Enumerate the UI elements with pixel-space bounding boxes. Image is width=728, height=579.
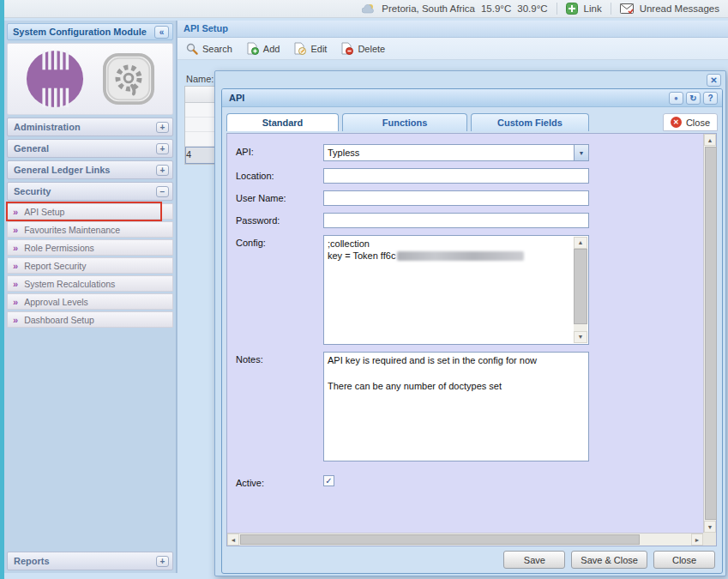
content-horizontal-scrollbar[interactable]: ◄ ► [227, 533, 703, 546]
expand-icon[interactable]: + [156, 165, 169, 176]
scrollbar-thumb[interactable] [240, 534, 640, 545]
config-textarea[interactable]: ;collection key = Token ff6c ▲ ▼ [323, 235, 589, 345]
sidebar-item-system-recalculations[interactable]: » System Recalculations [7, 275, 173, 292]
expand-icon[interactable]: + [156, 122, 169, 133]
expand-icon[interactable]: + [156, 143, 169, 154]
tab-functions[interactable]: Functions [342, 113, 467, 131]
close-button[interactable]: Close [653, 551, 715, 569]
scroll-down-icon[interactable]: ▼ [574, 331, 587, 343]
collapse-section-icon[interactable]: − [156, 186, 169, 197]
scroll-up-icon[interactable]: ▲ [704, 134, 716, 146]
api-field-label: API: [236, 144, 323, 161]
tab-custom-fields[interactable]: Custom Fields [471, 113, 589, 131]
sidebar-item-report-security[interactable]: » Report Security [7, 257, 173, 274]
section-label: Administration [14, 122, 81, 132]
delete-label: Delete [358, 44, 385, 54]
item-arrow-icon: » [13, 261, 18, 271]
delete-button[interactable]: Delete [340, 42, 385, 55]
item-label: System Recalculations [24, 279, 115, 289]
link-button[interactable]: Link [566, 3, 602, 15]
scroll-left-icon[interactable]: ◄ [227, 534, 239, 546]
topbar: Pretoria, South Africa 15.9°C 30.9°C Lin… [4, 0, 728, 18]
item-label: Report Security [24, 261, 86, 271]
content-vertical-scrollbar[interactable]: ▲ ▼ [703, 134, 716, 533]
notes-textarea[interactable]: API key is required and is set in the co… [323, 352, 589, 461]
delete-icon [340, 42, 353, 55]
active-checkbox[interactable]: ✓ [323, 475, 334, 486]
item-arrow-icon: » [13, 279, 18, 289]
section-label: General [14, 143, 49, 154]
scroll-down-icon[interactable]: ▼ [704, 521, 716, 533]
section-label: Security [14, 186, 51, 196]
api-select-value: Typless [324, 145, 574, 160]
help-icon[interactable]: ? [703, 92, 718, 105]
sidebar-section-security[interactable]: Security − [7, 182, 173, 201]
item-label: Favourites Maintenance [24, 225, 120, 235]
weather-widget[interactable]: Pretoria, South Africa 15.9°C 30.9°C [362, 3, 547, 14]
scroll-up-icon[interactable]: ▲ [574, 237, 587, 249]
active-field-label: Active: [236, 475, 323, 488]
username-field[interactable] [323, 190, 589, 206]
temp-low: 15.9°C [481, 3, 511, 14]
weather-location: Pretoria, South Africa [382, 3, 475, 14]
page-title: API Setup [177, 21, 728, 38]
chevron-down-icon[interactable]: ▼ [574, 145, 588, 160]
link-icon [566, 3, 578, 15]
sidebar-item-favourites-maintenance[interactable]: » Favourites Maintenance [7, 221, 173, 238]
edit-icon [293, 42, 306, 55]
location-field[interactable] [323, 168, 589, 184]
module-gear-icon [102, 52, 155, 106]
edit-button[interactable]: Edit [293, 42, 327, 55]
scrollbar-corner [703, 533, 716, 546]
config-scrollbar[interactable]: ▲ ▼ [574, 237, 587, 343]
sidebar-section-reports[interactable]: Reports + [7, 552, 173, 570]
sidebar-item-dashboard-setup[interactable]: » Dashboard Setup [7, 311, 173, 328]
expand-icon[interactable]: + [156, 556, 169, 567]
item-arrow-icon: » [13, 297, 18, 307]
location-field-label: Location: [236, 168, 323, 184]
item-arrow-icon: » [13, 315, 18, 325]
app-logo [25, 49, 85, 109]
save-button[interactable]: Save [503, 551, 565, 569]
sidebar-section-general-ledger-links[interactable]: General Ledger Links + [7, 160, 173, 179]
sidebar-item-role-permissions[interactable]: » Role Permissions [7, 239, 173, 256]
api-select[interactable]: Typless ▼ [323, 144, 589, 161]
redacted-token [397, 251, 524, 261]
scrollbar-thumb[interactable] [705, 147, 717, 520]
tab-strip: Standard Functions Custom Fields ✕ Close [222, 112, 722, 131]
close-tab-button[interactable]: ✕ Close [663, 113, 718, 131]
unread-messages-button[interactable]: Unread Messages [620, 3, 719, 14]
link-label: Link [584, 3, 602, 14]
scrollbar-thumb[interactable] [574, 249, 587, 324]
config-line-1: ;collection [328, 238, 571, 250]
save-and-close-button[interactable]: Save & Close [571, 551, 647, 569]
search-icon [186, 43, 198, 55]
module-title: System Configuration Module [13, 27, 147, 37]
dialog-close-icon[interactable]: ✕ [707, 74, 721, 87]
temp-high: 30.9°C [517, 3, 547, 14]
api-panel-header: API ● ↻ ? [222, 89, 722, 107]
item-arrow-icon: » [13, 207, 18, 217]
sidebar-collapse-button[interactable]: « [154, 26, 169, 39]
tab-standard[interactable]: Standard [226, 113, 339, 131]
username-field-label: User Name: [236, 190, 323, 206]
api-dialog-window: ✕ API ● ↻ ? Standard Functions Custom Fi… [214, 70, 726, 576]
sidebar-item-approval-levels[interactable]: » Approval Levels [7, 293, 173, 310]
sidebar-section-general[interactable]: General + [7, 139, 173, 158]
add-button[interactable]: Add [246, 42, 280, 55]
security-items: » API Setup » Favourites Maintenance » R… [7, 203, 173, 328]
scroll-right-icon[interactable]: ► [691, 534, 703, 546]
topbar-separator [557, 3, 557, 15]
settings-icon[interactable]: ● [669, 92, 683, 105]
password-field[interactable] [323, 213, 589, 228]
close-icon: ✕ [671, 117, 682, 128]
dialog-title: API [229, 93, 244, 103]
sidebar-item-api-setup[interactable]: » API Setup [7, 203, 173, 220]
standard-tab-content: API: Typless ▼ Location: User Name: Pass… [226, 133, 717, 546]
close-tab-label: Close [686, 118, 710, 128]
search-button[interactable]: Search [186, 43, 232, 55]
toolbar: Search Add Edit [177, 38, 728, 60]
refresh-icon[interactable]: ↻ [686, 92, 701, 105]
sidebar-section-administration[interactable]: Administration + [7, 118, 173, 136]
name-field-label: Name: [186, 74, 214, 84]
